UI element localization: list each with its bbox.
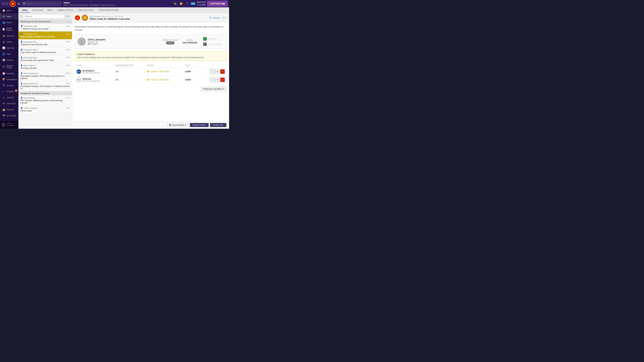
person-icon-7: 👤 bbox=[20, 82, 23, 85]
sidebar-item-label-medical: Medical Centre bbox=[6, 65, 16, 69]
swansea-accept-button[interactable]: ✓ bbox=[210, 78, 215, 82]
sidebar-item-finances[interactable]: 💰 Finances bbox=[0, 107, 18, 113]
inbox-search-input[interactable] bbox=[23, 14, 64, 18]
sidebar-item-club-vision[interactable]: 👁 Club Vision bbox=[0, 100, 18, 107]
sidebar-item-scouting[interactable]: 🔭 Scouting bbox=[0, 82, 18, 88]
fm-badge: FM bbox=[191, 2, 196, 5]
bids-made: 2 Bids Made bbox=[202, 36, 224, 41]
birmingham-reject-button[interactable]: ✕ bbox=[220, 69, 225, 74]
transfer-centre-button[interactable]: Transfer Centre › bbox=[190, 123, 209, 127]
help-button[interactable]: ❓ bbox=[185, 1, 189, 6]
person-icon-0: 👤 bbox=[20, 25, 23, 27]
cost-arrow-2: › bbox=[192, 79, 193, 81]
inbox-item-6[interactable]: 👤 Adrian Beaumont 08:48 Post-Match Analy… bbox=[18, 71, 72, 81]
player-card: Chris Lancaster 28 years old England TRA… bbox=[75, 34, 226, 49]
sidebar-item-inbox[interactable]: ✉ Inbox bbox=[0, 13, 18, 19]
agent-feedback-label: AGENT FEEDBACK: bbox=[77, 53, 224, 55]
tactics-icon: ♟ bbox=[2, 40, 5, 43]
search-input[interactable] bbox=[27, 3, 60, 5]
inbox-filter-button[interactable]: ☰ ▾ bbox=[65, 14, 70, 18]
person-icon-g2-0: 👤 bbox=[20, 97, 23, 99]
swansea-reject-button[interactable]: ✕ bbox=[220, 78, 225, 82]
sidebar-item-dynamics[interactable]: ⚡ Dynamics bbox=[0, 33, 18, 39]
club-info-icon: ℹ bbox=[2, 96, 5, 99]
sidebar-item-competitions[interactable]: 🏆 Competitions bbox=[0, 76, 18, 82]
respond-all-button[interactable]: Respond to all offers ▾ bbox=[201, 87, 226, 91]
face-button[interactable]: 😊 bbox=[178, 1, 183, 6]
sidebar-item-squad[interactable]: 👥 Squad bbox=[0, 19, 18, 25]
swansea-settings-button[interactable]: ⚙ bbox=[215, 78, 220, 82]
transfer-tag[interactable]: 💬 Transfers bbox=[209, 17, 220, 19]
inbox-item-1[interactable]: 👤 Giampaolo Oliva 08:48 Offers made for … bbox=[18, 31, 72, 39]
tab-news[interactable]: News bbox=[46, 8, 54, 12]
sidebar-item-label-finances: Finances bbox=[6, 109, 14, 111]
responsibilities-button[interactable]: 👤 Responsibilities ▾ bbox=[167, 123, 188, 127]
swansea-league: Sky Bet Championship bbox=[82, 80, 100, 82]
wages-label: WAGES bbox=[182, 39, 197, 41]
tab-leagues-in-focus[interactable]: Leagues in Focus bbox=[55, 8, 75, 12]
sidebar-item-squad-planner[interactable]: 📋 Squad Planner bbox=[0, 25, 18, 33]
birmingham-settings-button[interactable]: ⚙ bbox=[215, 69, 220, 74]
clubs-count: 3 bbox=[203, 42, 206, 46]
finances-icon: 💰 bbox=[2, 108, 5, 111]
item-subject-1: Offers made for Watford's Lancaster bbox=[20, 35, 70, 38]
sidebar-item-data-hub[interactable]: 📊 Data Hub bbox=[0, 45, 18, 51]
item-time-1: 08:48 bbox=[66, 33, 70, 35]
item-time-g2-0: 21:42 bbox=[66, 97, 70, 99]
inbox-item-3[interactable]: 👤 Giampaolo Oliva 08:48 Loan offers made… bbox=[18, 47, 72, 55]
birmingham-accept-button[interactable]: ✓ bbox=[210, 69, 215, 74]
player-stats: TRANSFER VALUE £275K WAGES until 30/6/20… bbox=[162, 39, 197, 44]
inbox-item-0[interactable]: 👤 Giampaolo Oliva Now ↩ Watford training… bbox=[18, 24, 72, 31]
sidebar-item-tactics[interactable]: ♟ Tactics bbox=[0, 39, 18, 45]
sidebar-item-medical[interactable]: ➕ Medical Centre bbox=[0, 63, 18, 70]
sidebar-item-transfers[interactable]: ↔ Transfers 9 bbox=[0, 88, 18, 94]
tab-inbox[interactable]: Inbox bbox=[20, 8, 30, 12]
offer-row-swansea: SWA Swansea Sky Bet Championship 2% bbox=[75, 76, 226, 84]
item-subject-5: Scouting Induction bbox=[20, 67, 70, 69]
item-sender-3: 👤 Giampaolo Oliva bbox=[20, 49, 37, 51]
inbox-item-4[interactable]: 👤 Giampaolo Oliva 08:48 Barrow make loan… bbox=[18, 55, 72, 63]
item-subject-g2-1: Fitness tests bbox=[20, 110, 70, 112]
sidebar-item-schedule[interactable]: 📅 Schedule bbox=[0, 70, 18, 76]
birmingham-name[interactable]: Birmingham bbox=[82, 69, 100, 72]
collapse-icon-2: ▼ bbox=[68, 92, 70, 94]
bids-count: 2 bbox=[203, 37, 206, 40]
tab-social-feed[interactable]: Social Feed bbox=[30, 8, 45, 12]
item-sender-6: 👤 Adrian Beaumont bbox=[20, 72, 38, 74]
edit-icon-button[interactable]: ✏️ bbox=[172, 1, 177, 6]
sidebar-item-label-squad: Squad bbox=[6, 21, 12, 23]
sender-role-icon: ⚑ bbox=[90, 15, 91, 17]
date-group-wed[interactable]: Wednesday 5th July 2023 (8 items) ▼ bbox=[18, 19, 72, 24]
agent-feedback-text: Out of all the bidding clubs, my client … bbox=[77, 56, 224, 59]
continue-button[interactable]: CONTINUE ▶▶ bbox=[207, 1, 228, 7]
swansea-name[interactable]: Swansea bbox=[82, 78, 100, 80]
back-button[interactable]: ‹ bbox=[1, 2, 5, 5]
transfer-info-button[interactable]: Transfer Info › bbox=[210, 123, 226, 127]
inbox-item-7[interactable]: 👤 Adrian Beaumont 08:46 Post-Match Analy… bbox=[18, 81, 72, 91]
sidebar-item-label-dynamics: Dynamics bbox=[6, 35, 14, 37]
nav-up-button[interactable]: ▲ bbox=[17, 2, 20, 5]
sidebar-item-label-squad-planner: Squad Planner bbox=[6, 27, 16, 31]
sidebar-item-dev-centre[interactable]: 🌱 Dev. Centre bbox=[0, 113, 18, 119]
inbox-item-g2-0[interactable]: 👤 Sophia Ashley 21:42 FW: Friendly: Watf… bbox=[18, 95, 72, 106]
col-club: CLUB bbox=[75, 63, 114, 67]
player-name[interactable]: Chris Lancaster bbox=[88, 38, 160, 41]
swansea-status: 🤝 Transfer - Offer Made bbox=[147, 79, 182, 81]
inbox-item-g2-1[interactable]: 👤 Joaquín Palacios 20:00 Fitness tests bbox=[18, 106, 72, 113]
forward-button[interactable]: › bbox=[5, 2, 8, 5]
birmingham-status: 🤝 Transfer - Offer Made bbox=[147, 70, 182, 73]
sidebar-item-club-info[interactable]: ℹ Club Info bbox=[0, 94, 18, 100]
inbox-item-5[interactable]: 👤 Matt Hodgson ↩ 08:48 Scouting Inductio… bbox=[18, 63, 72, 71]
date-group-tue[interactable]: Tuesday 4th July 2023 (17 items) ▼ bbox=[18, 91, 72, 95]
topbar-icons: ✏️ 😊 ❓ bbox=[172, 1, 189, 6]
competitions-icon: 🏆 bbox=[2, 78, 5, 81]
inbox-item-2[interactable]: 👤 Giampaolo Oliva 08:48 Tottenham make M… bbox=[18, 39, 72, 47]
transfer-icon: 💬 bbox=[209, 17, 212, 19]
detail-body: Intermediary Harry Dunne informs me that… bbox=[72, 23, 229, 121]
squad-planner-icon: 📋 bbox=[2, 28, 5, 30]
sidebar-item-home[interactable]: 🏠 Home bbox=[0, 7, 18, 13]
sidebar-item-training[interactable]: ⚽ Training bbox=[0, 57, 18, 63]
tab-transfer-window-news[interactable]: Transfer Window News bbox=[96, 8, 121, 12]
tab-around-the-world[interactable]: Around the World bbox=[76, 8, 96, 12]
sidebar-item-staff[interactable]: 👤 Staff bbox=[0, 51, 18, 57]
